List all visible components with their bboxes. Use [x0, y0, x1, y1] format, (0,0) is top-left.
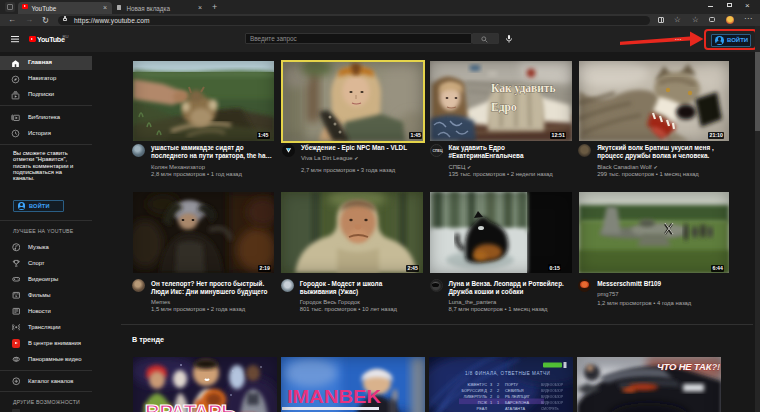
svg-text:ВИДЕООБЗОР: ВИДЕООБЗОР [541, 395, 563, 399]
svg-text:2: 2 [497, 388, 499, 393]
svg-text:Едро: Едро [491, 101, 517, 114]
svg-text:ВИДЕООБЗОР: ВИДЕООБЗОР [541, 401, 563, 405]
svg-text:0: 0 [497, 394, 500, 399]
svg-text:ПОРТУ: ПОРТУ [505, 382, 519, 387]
svg-text:1: 1 [497, 400, 499, 405]
svg-text:2: 2 [490, 394, 492, 399]
svg-text:РБ ЛЕЙПЦИГ: РБ ЛЕЙПЦИГ [505, 394, 531, 399]
svg-text:ВРАТАРЬ: ВРАТАРЬ [145, 400, 236, 412]
svg-text:ЧТО НЕ ТАК?!: ЧТО НЕ ТАК?! [657, 361, 720, 372]
svg-text:1/8 ФИНАЛА, ОТВЕТНЫЕ МАТЧИ: 1/8 ФИНАЛА, ОТВЕТНЫЕ МАТЧИ [465, 371, 550, 376]
svg-text:2: 2 [497, 382, 499, 387]
svg-text:3: 3 [490, 382, 492, 387]
svg-text:1: 1 [490, 400, 492, 405]
svg-text:2: 2 [490, 388, 492, 393]
svg-text:Как удавить: Как удавить [491, 82, 556, 95]
svg-text:АТАЛАНТА: АТАЛАНТА [505, 406, 525, 411]
svg-text:ЛИВЕРПУЛЬ: ЛИВЕРПУЛЬ [463, 394, 487, 399]
svg-text:ВИДЕООБЗОР: ВИДЕООБЗОР [541, 389, 563, 393]
svg-text:ЮВЕНТУС: ЮВЕНТУС [467, 382, 487, 387]
svg-text:БОРУССИЯ Д: БОРУССИЯ Д [461, 388, 487, 393]
svg-text:ВИДЕООБЗОР: ВИДЕООБЗОР [541, 383, 563, 387]
svg-text:IMANBEK: IMANBEK [287, 387, 381, 407]
svg-text:СМОТРЕТЬ: СМОТРЕТЬ [541, 407, 559, 411]
svg-text:БАРСЕЛОНА: БАРСЕЛОНА [505, 400, 529, 405]
svg-text:СЕВИЛЬЯ: СЕВИЛЬЯ [505, 388, 524, 393]
svg-text:РЕАЛ: РЕАЛ [476, 406, 487, 411]
svg-text:ПСЖ: ПСЖ [477, 400, 487, 405]
